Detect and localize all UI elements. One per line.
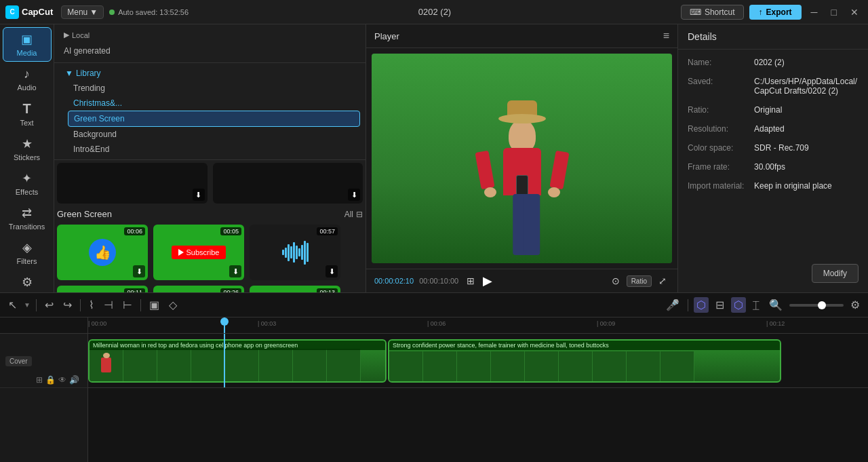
transitions-icon: ⇄ — [22, 206, 32, 220]
clip-redline[interactable]: 00:26 ⬇ — [153, 286, 244, 292]
timeline-cursor[interactable] — [224, 317, 225, 333]
toolbar-separator-3 — [140, 299, 141, 311]
record-button[interactable]: ⊙ — [609, 274, 623, 288]
clip-subscribe[interactable]: Subscribe 00:05 ⬇ — [153, 225, 244, 280]
clip-text-overlay[interactable]: ▶ text effect 00:13 ⬇ — [250, 286, 340, 292]
mic-button[interactable]: 🎤 — [663, 297, 682, 313]
toolbar-effects[interactable]: ✦ Effects — [3, 167, 52, 200]
adjustment-icon: ⚙ — [22, 275, 33, 290]
toolbar-stickers[interactable]: ★ Stickers — [3, 132, 52, 166]
toolbar-separator-4 — [688, 299, 688, 311]
toolbar-text[interactable]: T Text — [3, 97, 52, 131]
track-cover-btn[interactable]: Cover — [5, 356, 32, 366]
player-menu-icon[interactable]: ≡ — [663, 30, 669, 42]
audio-link-button[interactable]: ⬡ — [731, 297, 746, 313]
minimize-button[interactable]: ─ — [807, 5, 822, 19]
all-filter[interactable]: All ⊟ — [344, 210, 363, 219]
timeline: ↖ ▼ ↩ ↪ ⌇ ⊣ ⊢ ▣ ◇ 🎤 ⬡ ⊟ ⬡ ⌶ 🔍 ⚙ — [0, 292, 868, 462]
ratio-badge[interactable]: Ratio — [627, 275, 652, 287]
shortcut-button[interactable]: ⌨ Shortcut — [681, 5, 744, 20]
transitions-label: Transitions — [9, 223, 45, 231]
track-eye-icon[interactable]: 👁 — [58, 375, 66, 385]
menu-label: Menu — [67, 7, 87, 17]
track-add-icon[interactable]: ⊞ — [36, 375, 43, 385]
crop-button[interactable]: ▣ — [146, 297, 162, 313]
top-thumb-2[interactable]: ⬇ — [213, 163, 363, 204]
text-label: Text — [20, 119, 33, 127]
frame — [525, 351, 559, 383]
track-icons: Cover — [5, 356, 32, 366]
link-button[interactable]: ⬡ — [694, 297, 709, 313]
library-section[interactable]: ▼ Library — [60, 66, 360, 81]
toolbar-adjustment[interactable]: ⚙ Adjustment — [3, 271, 52, 292]
split2-button[interactable]: ⌶ — [750, 298, 762, 313]
video-frame — [372, 54, 672, 263]
scene-button[interactable]: ⊟ — [713, 297, 727, 313]
zoom-out-button[interactable]: 🔍 — [766, 297, 785, 313]
timeline-right-tools: 🎤 ⬡ ⊟ ⬡ ⌶ 🔍 ⚙ — [663, 297, 863, 313]
local-source[interactable]: ▶ Local — [58, 28, 361, 41]
settings-button[interactable]: ⚙ — [848, 297, 863, 313]
trending-item[interactable]: Trending — [68, 81, 360, 96]
clip-2023[interactable]: 2023 00:11 ⬇ — [57, 286, 148, 292]
clip-like[interactable]: 👍 00:06 ⬇ — [57, 225, 148, 280]
play-button[interactable]: ▶ — [483, 273, 492, 288]
track-bottom-icons: ⊞ 🔒 👁 🔊 — [36, 375, 79, 385]
name-label: Name: — [688, 58, 749, 67]
clip-1[interactable]: Millennial woman in red top and fedora u… — [88, 339, 387, 383]
trending-label: Trending — [73, 83, 105, 93]
player-title: Player — [374, 31, 399, 41]
trim-right-button[interactable]: ⊢ — [120, 297, 135, 313]
frame — [259, 349, 293, 381]
green-screen-item[interactable]: Green Screen — [68, 111, 360, 127]
total-time: 00:00:10:00 — [419, 277, 458, 285]
undo-button[interactable]: ↩ — [42, 297, 56, 313]
name-value: 0202 (2) — [754, 58, 785, 67]
framerate-value: 30.00fps — [754, 162, 785, 172]
zoom-slider[interactable] — [789, 304, 844, 307]
clip-time-redline: 00:26 — [220, 288, 241, 292]
fullscreen-button[interactable]: ⤢ — [656, 274, 669, 288]
track-lock-icon[interactable]: 🔒 — [45, 375, 56, 385]
clip-1-label: Millennial woman in red top and fedora u… — [90, 341, 385, 350]
track-audio-icon[interactable]: 🔊 — [69, 375, 79, 385]
background-item[interactable]: Background — [68, 127, 360, 142]
export-button[interactable]: ↑ Export — [749, 5, 802, 20]
frame — [627, 351, 660, 383]
top-thumb-1[interactable]: ⬇ — [57, 163, 208, 204]
menu-button[interactable]: Menu ▼ — [61, 5, 104, 19]
waveform-bar — [301, 245, 303, 260]
grid-view-button[interactable]: ⊞ — [464, 274, 477, 288]
keyframe-button[interactable]: ◇ — [166, 297, 180, 313]
select-tool[interactable]: ↖ — [5, 297, 20, 313]
toolbar-filters[interactable]: ◈ Filters — [3, 236, 52, 269]
maximize-button[interactable]: □ — [827, 5, 841, 19]
toolbar-transitions[interactable]: ⇄ Transitions — [3, 201, 52, 235]
select-arrow: ▼ — [24, 301, 31, 309]
intro-end-item[interactable]: Intro&End — [68, 142, 360, 157]
text-icon: T — [22, 101, 31, 117]
logo-icon: C — [5, 5, 19, 19]
trim-left-button[interactable]: ⊣ — [101, 297, 116, 313]
all-label: All — [344, 210, 353, 219]
stickers-label: Stickers — [14, 153, 40, 161]
ruler-mark-2: | 00:06 — [427, 320, 446, 327]
christmas-item[interactable]: Christmas&... — [68, 96, 360, 111]
ruler-mark-0: | 00:00 — [88, 320, 106, 327]
ai-generated-source[interactable]: AI generated — [58, 43, 361, 58]
clip-2[interactable]: Strong confident power stance, female tr… — [388, 339, 781, 383]
toolbar-media[interactable]: ▣ Media — [3, 27, 52, 62]
split-button[interactable]: ⌇ — [86, 297, 97, 313]
saved-value: C:/Users/HP/AppData/Local/CapCut Drafts/… — [754, 77, 859, 96]
clip-waveform[interactable]: 00:57 ⬇ — [250, 225, 340, 280]
close-button[interactable]: ✕ — [846, 5, 863, 19]
ruler-mark-3: | 00:09 — [597, 320, 615, 327]
redo-button[interactable]: ↪ — [60, 297, 75, 313]
waveform-bar — [282, 250, 284, 255]
toolbar-separator-2 — [80, 299, 81, 311]
top-right-actions: ⌨ Shortcut ↑ Export ─ □ ✕ — [681, 5, 863, 20]
modify-button[interactable]: Modify — [812, 264, 859, 283]
frame — [559, 351, 593, 383]
right-arm — [549, 151, 569, 190]
toolbar-audio[interactable]: ♪ Audio — [3, 63, 52, 96]
